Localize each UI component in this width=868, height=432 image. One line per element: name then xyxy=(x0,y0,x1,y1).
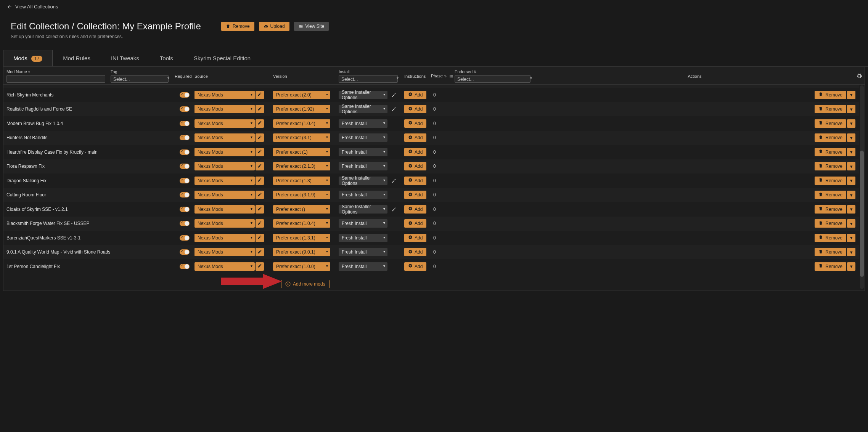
edit-source-button[interactable] xyxy=(256,177,264,185)
edit-source-button[interactable] xyxy=(256,191,264,199)
row-more-button[interactable]: ▾ xyxy=(847,177,855,185)
required-toggle[interactable] xyxy=(180,221,190,226)
add-instructions-button[interactable]: Add xyxy=(404,105,426,113)
install-select[interactable]: Fresh Install xyxy=(339,262,387,271)
required-toggle[interactable] xyxy=(180,121,190,126)
install-select[interactable]: Fresh Install xyxy=(339,234,387,242)
version-select[interactable]: Prefer exact () xyxy=(273,205,330,214)
row-more-button[interactable]: ▾ xyxy=(847,234,855,242)
version-select[interactable]: Prefer exact (1.0.0) xyxy=(273,262,330,271)
gear-icon[interactable] xyxy=(856,73,862,79)
install-filter-select[interactable]: Select... xyxy=(339,75,398,83)
row-more-button[interactable]: ▾ xyxy=(847,162,855,170)
scrollbar[interactable] xyxy=(860,85,864,289)
row-more-button[interactable]: ▾ xyxy=(847,248,855,256)
row-more-button[interactable]: ▾ xyxy=(847,205,855,214)
version-select[interactable]: Prefer exact (9.0.1) xyxy=(273,248,330,256)
version-select[interactable]: Prefer exact (1.92) xyxy=(273,105,330,113)
required-toggle[interactable] xyxy=(180,92,190,98)
remove-row-button[interactable]: Remove xyxy=(815,205,846,214)
remove-row-button[interactable]: Remove xyxy=(815,248,846,256)
add-instructions-button[interactable]: Add xyxy=(404,148,426,156)
version-select[interactable]: Prefer exact (2.1.3) xyxy=(273,162,330,170)
row-more-button[interactable]: ▾ xyxy=(847,148,855,156)
edit-source-button[interactable] xyxy=(256,262,264,271)
remove-row-button[interactable]: Remove xyxy=(815,105,846,113)
version-select[interactable]: Prefer exact (1.3) xyxy=(273,177,330,185)
version-select[interactable]: Prefer exact (3.1) xyxy=(273,133,330,142)
edit-source-button[interactable] xyxy=(256,162,264,170)
source-select[interactable]: Nexus Mods xyxy=(194,248,255,256)
install-select[interactable]: Same Installer Options xyxy=(339,177,387,185)
back-link[interactable]: View All Collections xyxy=(0,0,868,13)
scrollbar-thumb[interactable] xyxy=(860,151,864,277)
remove-row-button[interactable]: Remove xyxy=(815,262,846,271)
remove-row-button[interactable]: Remove xyxy=(815,234,846,242)
remove-row-button[interactable]: Remove xyxy=(815,133,846,142)
install-select[interactable]: Same Installer Options xyxy=(339,105,387,113)
add-instructions-button[interactable]: Add xyxy=(404,91,426,99)
col-mod-name[interactable]: Mod Name xyxy=(6,69,27,74)
source-select[interactable]: Nexus Mods xyxy=(194,262,255,271)
required-toggle[interactable] xyxy=(180,264,190,269)
endorsed-filter-select[interactable]: Select... xyxy=(455,75,530,83)
col-instructions[interactable]: Instructions xyxy=(404,74,426,79)
source-select[interactable]: Nexus Mods xyxy=(194,162,255,170)
version-select[interactable]: Prefer exact (1) xyxy=(273,148,330,156)
version-select[interactable]: Prefer exact (3.1.9) xyxy=(273,191,330,199)
col-phase[interactable]: Phase xyxy=(431,74,443,78)
col-install[interactable]: Install xyxy=(339,69,350,74)
version-select[interactable]: Prefer exact (1.3.1) xyxy=(273,234,330,242)
row-more-button[interactable]: ▾ xyxy=(847,91,855,99)
source-select[interactable]: Nexus Mods xyxy=(194,133,255,142)
install-select[interactable]: Same Installer Options xyxy=(339,205,387,214)
upload-button[interactable]: Upload xyxy=(259,22,289,31)
add-instructions-button[interactable]: Add xyxy=(404,191,426,199)
remove-row-button[interactable]: Remove xyxy=(815,119,846,128)
source-select[interactable]: Nexus Mods xyxy=(194,148,255,156)
tab-ini-tweaks[interactable]: INI Tweaks xyxy=(101,50,149,66)
add-instructions-button[interactable]: Add xyxy=(404,162,426,170)
source-select[interactable]: Nexus Mods xyxy=(194,105,255,113)
source-select[interactable]: Nexus Mods xyxy=(194,219,255,228)
row-more-button[interactable]: ▾ xyxy=(847,191,855,199)
required-toggle[interactable] xyxy=(180,235,190,241)
install-select[interactable]: Same Installer Options xyxy=(339,91,387,99)
install-select[interactable]: Fresh Install xyxy=(339,119,387,128)
remove-row-button[interactable]: Remove xyxy=(815,219,846,228)
add-instructions-button[interactable]: Add xyxy=(404,248,426,256)
col-version[interactable]: Version xyxy=(273,74,287,79)
row-more-button[interactable]: ▾ xyxy=(847,219,855,228)
source-select[interactable]: Nexus Mods xyxy=(194,234,255,242)
required-toggle[interactable] xyxy=(180,178,190,183)
add-instructions-button[interactable]: Add xyxy=(404,234,426,242)
source-select[interactable]: Nexus Mods xyxy=(194,91,255,99)
add-instructions-button[interactable]: Add xyxy=(404,205,426,214)
edit-source-button[interactable] xyxy=(256,205,264,214)
source-select[interactable]: Nexus Mods xyxy=(194,191,255,199)
required-toggle[interactable] xyxy=(180,106,190,112)
col-tag[interactable]: Tag xyxy=(111,69,117,74)
install-select[interactable]: Fresh Install xyxy=(339,162,387,170)
version-select[interactable]: Prefer exact (1.0.4) xyxy=(273,119,330,128)
add-instructions-button[interactable]: Add xyxy=(404,119,426,128)
source-select[interactable]: Nexus Mods xyxy=(194,205,255,214)
required-toggle[interactable] xyxy=(180,207,190,212)
col-required[interactable]: Required xyxy=(175,74,192,79)
edit-source-button[interactable] xyxy=(256,234,264,242)
required-toggle[interactable] xyxy=(180,249,190,255)
add-instructions-button[interactable]: Add xyxy=(404,177,426,185)
add-instructions-button[interactable]: Add xyxy=(404,262,426,271)
row-more-button[interactable]: ▾ xyxy=(847,119,855,128)
tab-game[interactable]: Skyrim Special Edition xyxy=(183,50,261,66)
remove-collection-button[interactable]: Remove xyxy=(221,22,254,31)
source-select[interactable]: Nexus Mods xyxy=(194,177,255,185)
remove-row-button[interactable]: Remove xyxy=(815,148,846,156)
col-source[interactable]: Source xyxy=(194,74,208,79)
remove-row-button[interactable]: Remove xyxy=(815,191,846,199)
mod-name-filter-input[interactable] xyxy=(6,75,105,83)
install-select[interactable]: Fresh Install xyxy=(339,191,387,199)
tag-filter-select[interactable]: Select... xyxy=(111,75,169,83)
add-more-mods-button[interactable]: Add more mods xyxy=(281,280,330,288)
edit-source-button[interactable] xyxy=(256,91,264,99)
